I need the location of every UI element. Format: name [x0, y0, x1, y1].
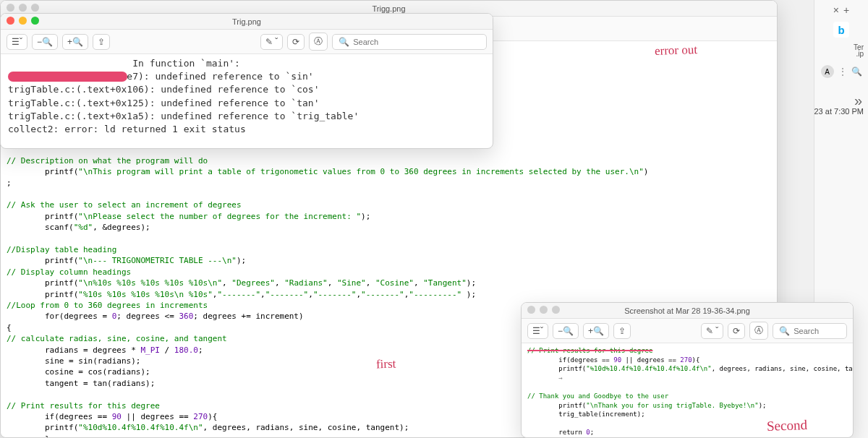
- code-segment: "-------": [265, 290, 309, 299]
- toolbar-trig: ☰ˇ −🔍 +🔍 ⇪ ✎ ˇ ⟳ Ⓐ 🔍: [1, 30, 493, 54]
- minimize-icon[interactable]: [540, 306, 548, 314]
- code-segment: // Ask the user to select an increment o…: [7, 200, 242, 210]
- search-small-icon[interactable]: 🔍: [851, 66, 862, 77]
- sidebar-toggle-icon[interactable]: ☰ˇ: [527, 323, 548, 339]
- zoom-out-icon[interactable]: −🔍: [553, 323, 579, 339]
- redaction-bar: [8, 72, 127, 82]
- close-icon[interactable]: [7, 4, 14, 12]
- code-segment: ,: [260, 290, 265, 299]
- code-line: printf("\n%10s %10s %10s %10s %10s\n", "…: [7, 278, 771, 288]
- code-segment: // calculate radias, sine, cosine, and t…: [7, 334, 227, 343]
- code-segment: "%10d%10.4f%10.4f%10.4f\n": [78, 423, 203, 432]
- code-line: [7, 189, 771, 199]
- minimize-icon[interactable]: [19, 4, 27, 12]
- search-field[interactable]: 🔍: [332, 34, 487, 50]
- code-line: printf("\nPlease select the number of de…: [7, 211, 771, 222]
- code-segment: if(degrees ==: [7, 412, 112, 421]
- code-segment: tangent = tan(radians);: [7, 379, 155, 388]
- code-segment: ,: [275, 278, 284, 288]
- code-segment: [527, 383, 531, 390]
- share-icon[interactable]: ⇪: [93, 34, 110, 50]
- code-line: printf("\nThis program will print a tabl…: [7, 166, 771, 177]
- code-line: // Display column headings: [7, 267, 771, 278]
- code-line: // Print results for this degree: [527, 346, 847, 356]
- maximize-icon[interactable]: [31, 17, 39, 25]
- code-segment: radians = degrees *: [7, 345, 140, 355]
- titlebar-trig: Trig.png: [1, 14, 493, 30]
- code-segment: );: [467, 278, 476, 288]
- bing-icon[interactable]: b: [833, 22, 849, 38]
- search-field[interactable]: 🔍: [773, 323, 847, 339]
- code-segment: printf(: [7, 423, 78, 432]
- sidebar-toggle-icon[interactable]: ☰ˇ: [7, 34, 27, 50]
- code-segment: ,: [366, 278, 375, 288]
- code-segment: );: [237, 256, 246, 265]
- code-segment: , degrees, radians, sine, cosine, tangen…: [203, 423, 409, 432]
- error-window-trig: Trig.png ☰ˇ −🔍 +🔍 ⇪ ✎ ˇ ⟳ Ⓐ 🔍 In functio…: [0, 13, 493, 149]
- edit-icon[interactable]: ✎ ˇ: [260, 34, 283, 50]
- code-segment: ){: [208, 412, 217, 421]
- search-icon: 🔍: [339, 37, 349, 47]
- zoom-out-icon[interactable]: −🔍: [32, 34, 58, 50]
- rotate-icon[interactable]: ⟳: [728, 323, 745, 339]
- code-segment: //Display table heading: [7, 245, 116, 254]
- code-segment: "Sine": [337, 278, 366, 288]
- code-segment: // Display column headings: [7, 267, 131, 277]
- code-segment: printf(: [7, 212, 78, 221]
- share-icon[interactable]: ⇪: [613, 323, 631, 339]
- terminal-line: In function `main':: [8, 57, 485, 70]
- code-segment: "-------": [217, 290, 260, 299]
- code-segment: "-------": [361, 290, 404, 299]
- code-segment: "\nPlease select the number of degrees f…: [78, 212, 361, 221]
- code-segment: 180.0: [174, 345, 198, 355]
- code-segment: ; degrees <=: [116, 312, 179, 321]
- code-segment: 270: [193, 412, 208, 421]
- code-segment: }: [7, 434, 50, 438]
- code-line: [7, 233, 771, 244]
- close-icon[interactable]: [527, 306, 535, 314]
- code-segment: "Degrees": [231, 278, 275, 288]
- minimize-icon[interactable]: [19, 17, 27, 25]
- new-tab-icon[interactable]: +: [843, 4, 849, 16]
- code-line: printf("%10d%10.4f%10.4f%10.4f%10.4f\n",…: [527, 364, 847, 374]
- code-segment: [7, 189, 12, 199]
- close-icon[interactable]: [7, 17, 14, 25]
- code-segment: "%10s %10s %10s %10s\n %10s": [78, 290, 212, 299]
- maximize-icon[interactable]: [31, 4, 39, 12]
- code-segment: printf(: [527, 402, 586, 409]
- window-title: Trigg.png: [372, 4, 405, 13]
- code-segment: // Description on what the program will …: [7, 156, 208, 166]
- maximize-icon[interactable]: [552, 306, 560, 314]
- code-line: // Description on what the program will …: [7, 155, 771, 166]
- code-segment: sine = sin(radians);: [7, 356, 140, 366]
- code-segment: // Print results for this degree: [527, 347, 652, 354]
- search-input[interactable]: [792, 326, 841, 336]
- code-segment: || degrees ==: [122, 412, 193, 421]
- toolbar-screenshot: ☰ˇ −🔍 +🔍 ⇪ ✎ ˇ ⟳ Ⓐ 🔍: [522, 319, 853, 343]
- close-tab-icon[interactable]: ×: [833, 4, 839, 16]
- edit-icon[interactable]: ✎ ˇ: [701, 323, 723, 339]
- search-icon: 🔍: [779, 326, 789, 336]
- code-segment: ){: [692, 356, 700, 364]
- terminal-line: trigTable.c:(.text+0x106): undefined ref…: [8, 83, 485, 96]
- code-segment: ,: [328, 278, 337, 288]
- markup-icon[interactable]: Ⓐ: [749, 322, 768, 340]
- search-input[interactable]: [352, 37, 480, 47]
- code-segment: "Radians": [284, 278, 328, 288]
- tab-controls[interactable]: × +: [833, 4, 849, 16]
- rotate-icon[interactable]: ⟳: [287, 34, 305, 50]
- markup-icon[interactable]: Ⓐ: [309, 33, 328, 51]
- code-segment: M_PI: [140, 345, 160, 355]
- code-segment: scanf(: [7, 223, 74, 232]
- chevron-right-icon[interactable]: »: [854, 93, 862, 109]
- code-segment: printf(: [7, 256, 78, 265]
- terminal-line: trigTable.c:(.text+0x1a5): undefined ref…: [8, 110, 485, 123]
- more-icon[interactable]: ⋮: [838, 66, 847, 77]
- avatar-letter[interactable]: A: [821, 65, 834, 78]
- code-line: trig_table(increment);: [527, 410, 847, 419]
- code-segment: "-------": [313, 290, 357, 299]
- zoom-in-icon[interactable]: +🔍: [62, 34, 88, 50]
- terminal-output: In function `main':trigTable.c:(.text+0x…: [1, 54, 493, 139]
- zoom-in-icon[interactable]: +🔍: [583, 323, 609, 339]
- code-segment: //Loop from 0 to 360 degrees in incremen…: [7, 301, 208, 310]
